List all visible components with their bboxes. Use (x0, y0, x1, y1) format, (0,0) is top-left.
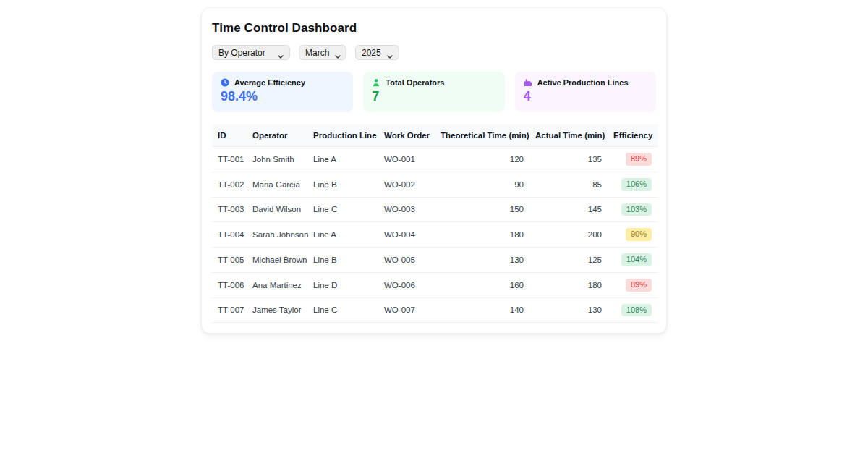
stat-card-active-production-lines: Active Production Lines 4 (515, 72, 656, 112)
cell-efficiency: 90% (608, 222, 658, 248)
efficiency-badge: 106% (621, 178, 652, 191)
cell-operator: Ana Martinez (247, 272, 307, 297)
cell-production-line: Line A (307, 222, 378, 248)
cell-work-order: WO-006 (378, 272, 435, 297)
cell-actual-time: 180 (529, 272, 608, 297)
column-header-work-order: Work Order (378, 124, 435, 147)
cell-actual-time: 130 (529, 297, 608, 323)
stat-card-total-operators: Total Operators 7 (363, 72, 504, 112)
cell-production-line: Line B (307, 172, 378, 197)
cell-production-line: Line C (307, 297, 378, 323)
cell-operator: John Smith (247, 147, 307, 172)
cell-id: TT-001 (212, 147, 247, 172)
stat-cards: Average Efficiency 98.4% Total Operators… (212, 72, 656, 112)
efficiency-badge: 108% (621, 304, 652, 317)
stat-card-average-efficiency: Average Efficiency 98.4% (212, 72, 353, 112)
cell-theoretical-time: 150 (435, 197, 529, 222)
filter-bar: By Operator March 2025 (212, 45, 656, 60)
cell-efficiency: 108% (608, 297, 658, 323)
stat-label: Active Production Lines (537, 78, 629, 87)
dashboard-card: Time Control Dashboard By Operator March… (201, 7, 667, 334)
table-row: TT-004 Sarah Johnson Line A WO-004 180 2… (212, 222, 658, 248)
efficiency-badge: 89% (626, 279, 652, 292)
column-header-actual-time: Actual Time (min) (529, 124, 608, 147)
month-select-value: March (305, 48, 329, 58)
cell-work-order: WO-001 (378, 147, 435, 172)
cell-theoretical-time: 180 (435, 222, 529, 248)
column-header-theoretical-time: Theoretical Time (min) (435, 124, 529, 147)
cell-actual-time: 200 (529, 222, 608, 248)
page-title: Time Control Dashboard (212, 21, 656, 35)
cell-actual-time: 145 (529, 197, 608, 222)
cell-operator: Michael Brown (247, 248, 307, 273)
table-body: TT-001 John Smith Line A WO-001 120 135 … (212, 147, 658, 323)
clock-icon (221, 78, 229, 87)
table-header: ID Operator Production Line Work Order T… (212, 124, 658, 147)
stat-label: Total Operators (386, 78, 444, 87)
cell-theoretical-time: 90 (435, 172, 529, 197)
year-select-value: 2025 (362, 48, 381, 58)
cell-id: TT-007 (212, 297, 247, 323)
chevron-down-icon (335, 51, 341, 54)
column-header-operator: Operator (247, 124, 307, 147)
user-icon (372, 78, 380, 87)
cell-production-line: Line C (307, 197, 378, 222)
cell-id: TT-002 (212, 172, 247, 197)
cell-efficiency: 103% (608, 197, 658, 222)
cell-theoretical-time: 160 (435, 272, 529, 297)
table-row: TT-005 Michael Brown Line B WO-005 130 1… (212, 248, 658, 273)
cell-work-order: WO-007 (378, 297, 435, 323)
cell-efficiency: 106% (608, 172, 658, 197)
cell-actual-time: 125 (529, 248, 608, 273)
cell-id: TT-004 (212, 222, 247, 248)
cell-operator: James Taylor (247, 297, 307, 323)
cell-production-line: Line A (307, 147, 378, 172)
cell-work-order: WO-003 (378, 197, 435, 222)
cell-theoretical-time: 140 (435, 297, 529, 323)
cell-production-line: Line D (307, 272, 378, 297)
cell-id: TT-006 (212, 272, 247, 297)
stat-label: Average Efficiency (234, 78, 305, 87)
cell-efficiency: 89% (608, 272, 658, 297)
table-row: TT-006 Ana Martinez Line D WO-006 160 18… (212, 272, 658, 297)
cell-actual-time: 85 (529, 172, 608, 197)
cell-operator: Maria Garcia (247, 172, 307, 197)
stat-value: 98.4% (221, 89, 344, 104)
table-row: TT-002 Maria Garcia Line B WO-002 90 85 … (212, 172, 658, 197)
cell-id: TT-003 (212, 197, 247, 222)
cell-operator: David Wilson (247, 197, 307, 222)
cell-theoretical-time: 130 (435, 248, 529, 273)
year-select[interactable]: 2025 (355, 45, 399, 60)
cell-production-line: Line B (307, 248, 378, 273)
table-row: TT-007 James Taylor Line C WO-007 140 13… (212, 297, 658, 323)
factory-icon (524, 78, 532, 87)
efficiency-badge: 90% (626, 228, 652, 241)
stat-value: 7 (372, 89, 495, 104)
cell-theoretical-time: 120 (435, 147, 529, 172)
cell-efficiency: 104% (608, 248, 658, 273)
month-select[interactable]: March (299, 45, 346, 60)
table-row: TT-001 John Smith Line A WO-001 120 135 … (212, 147, 658, 172)
group-by-select-value: By Operator (218, 48, 265, 58)
efficiency-badge: 104% (621, 253, 652, 266)
cell-work-order: WO-004 (378, 222, 435, 248)
group-by-select[interactable]: By Operator (212, 45, 290, 60)
efficiency-badge: 103% (621, 203, 652, 216)
column-header-production-line: Production Line (307, 124, 378, 147)
cell-operator: Sarah Johnson (247, 222, 307, 248)
stat-value: 4 (524, 89, 647, 104)
cell-work-order: WO-002 (378, 172, 435, 197)
table-row: TT-003 David Wilson Line C WO-003 150 14… (212, 197, 658, 222)
cell-actual-time: 135 (529, 147, 608, 172)
column-header-id: ID (212, 124, 247, 147)
cell-work-order: WO-005 (378, 248, 435, 273)
column-header-efficiency: Efficiency (608, 124, 658, 147)
cell-id: TT-005 (212, 248, 247, 273)
chevron-down-icon (387, 51, 393, 54)
efficiency-badge: 89% (626, 153, 652, 166)
chevron-down-icon (278, 51, 284, 54)
cell-efficiency: 89% (608, 147, 658, 172)
time-control-table: ID Operator Production Line Work Order T… (212, 124, 658, 323)
